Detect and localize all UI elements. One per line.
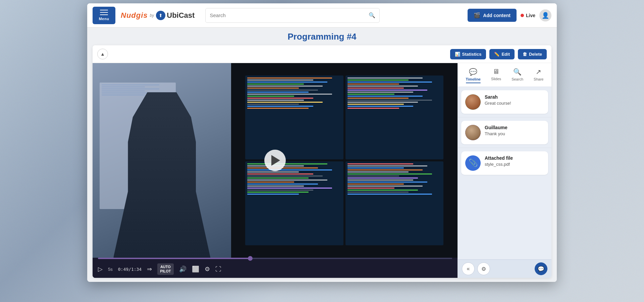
delete-icon: 🗑: [523, 52, 527, 57]
avatar-guillaume: [465, 125, 481, 140]
search-bar[interactable]: 🔍: [205, 8, 380, 23]
tab-active-indicator: [466, 83, 481, 83]
video-player[interactable]: [93, 63, 458, 258]
progress-thumb[interactable]: [248, 256, 253, 261]
statistics-icon: 📊: [455, 52, 460, 57]
share-icon: ↗: [536, 68, 541, 76]
live-button[interactable]: Live: [521, 13, 535, 18]
tab-bar: 💬 Timeline 🖥 Slides 🔍 Search: [458, 63, 551, 87]
chat-attachment: 📎 Attached file style_css.pdf: [461, 151, 548, 175]
live-label: Live: [526, 13, 535, 18]
settings-button[interactable]: ⚙: [205, 265, 210, 273]
time-display: 0:49/1:34: [118, 267, 142, 272]
edit-button[interactable]: ✏️ Edit: [489, 49, 515, 59]
chat-area: Sarah Great course! Guillaume: [458, 87, 551, 259]
navbar: Menu Nudgis by UbiCast 🔍 🎬 Add content L…: [87, 3, 557, 28]
code-panel-4: [345, 161, 444, 245]
code-panel-1: [245, 76, 343, 159]
statistics-button[interactable]: 📊 Statistics: [450, 49, 486, 59]
logo: Nudgis by UbiCast: [121, 11, 195, 20]
fullscreen-button[interactable]: ⛶: [215, 266, 221, 273]
filter-button[interactable]: ⚙: [477, 262, 490, 275]
page-title-row: Programming #4: [93, 32, 551, 42]
nav-right: 🎬 Add content Live 👤: [468, 9, 551, 22]
progress-track[interactable]: [98, 258, 452, 259]
tab-search-label: Search: [512, 77, 523, 81]
search-icon: 🔍: [369, 12, 375, 18]
slides-icon: 🖥: [493, 68, 499, 76]
edit-icon: ✏️: [494, 52, 499, 57]
edit-label: Edit: [501, 52, 510, 57]
delete-button[interactable]: 🗑 Delete: [518, 49, 547, 59]
app-wrapper: Menu Nudgis by UbiCast 🔍 🎬 Add content L…: [87, 3, 557, 282]
sarah-face: [465, 94, 481, 110]
chat-message-guillaume: Guillaume Thank you: [461, 121, 548, 144]
attachment-icon: 📎: [469, 159, 478, 167]
tab-slides[interactable]: 🖥 Slides: [488, 66, 504, 85]
skip-forward-button[interactable]: ⇒: [147, 265, 152, 273]
logo-nudgis: Nudgis: [121, 11, 148, 20]
chat-info-guillaume: Guillaume Thank you: [485, 125, 544, 136]
page-title: Programming #4: [93, 32, 551, 42]
tab-search[interactable]: 🔍 Search: [509, 66, 526, 85]
ubicast-icon: [156, 11, 165, 20]
skip-label: 5s: [108, 267, 113, 272]
subtitles-button[interactable]: ⬜: [192, 265, 199, 273]
bottom-btn-group: « ⚙: [462, 262, 490, 275]
video-presenter: [93, 63, 231, 258]
code-panel-3: [245, 161, 343, 245]
chat-message-sarah: Sarah Great course!: [461, 90, 548, 114]
back-button[interactable]: «: [462, 262, 475, 275]
card-toolbar: ▲ 📊 Statistics ✏️ Edit 🗑 Delete: [93, 45, 551, 63]
video-section: ▷ 5s 0:49/1:34 ⇒ AUTOPILOT 🔊 ⬜ ⚙ ⛶: [93, 63, 458, 278]
add-content-icon: 🎬: [474, 12, 480, 18]
search-tab-icon: 🔍: [513, 68, 522, 76]
tab-share[interactable]: ↗ Share: [531, 66, 546, 85]
chat-divider-2: [458, 148, 551, 148]
chat-text-sarah: Great course!: [485, 101, 544, 106]
menu-button[interactable]: Menu: [93, 7, 115, 24]
statistics-label: Statistics: [462, 52, 482, 57]
tab-share-label: Share: [534, 77, 543, 81]
chat-info-attachment: Attached file style_css.pdf: [485, 155, 544, 167]
attachment-filename: style_css.pdf: [485, 162, 544, 167]
play-button[interactable]: [264, 150, 286, 171]
time-total: 1:34: [131, 267, 142, 272]
menu-label: Menu: [99, 17, 109, 21]
collapse-button[interactable]: ▲: [97, 49, 108, 59]
volume-button[interactable]: 🔊: [179, 265, 186, 273]
tab-slides-label: Slides: [491, 77, 501, 81]
progress-fill: [98, 258, 250, 259]
attachment-label: Attached file: [485, 155, 544, 161]
chat-divider-1: [458, 117, 551, 117]
play-triangle-icon: [271, 155, 280, 166]
guillaume-face: [465, 125, 481, 140]
code-panel-2: [345, 76, 444, 159]
search-input[interactable]: [210, 12, 369, 18]
video-controls: ▷ 5s 0:49/1:34 ⇒ AUTOPILOT 🔊 ⬜ ⚙ ⛶: [93, 260, 458, 278]
chat-toggle-button[interactable]: 💬: [535, 262, 547, 275]
chat-author-sarah: Sarah: [485, 94, 544, 100]
avatar-attachment: 📎: [465, 155, 481, 171]
timeline-icon: 💬: [469, 68, 477, 76]
add-content-button[interactable]: 🎬 Add content: [468, 9, 517, 22]
main-content: Programming #4 ▲ 📊 Statistics ✏️ Edit 🗑 …: [87, 28, 557, 282]
delete-label: Delete: [529, 52, 542, 57]
play-pause-button[interactable]: ▷: [98, 265, 103, 273]
autopilot-button[interactable]: AUTOPILOT: [157, 263, 173, 275]
user-avatar[interactable]: 👤: [539, 9, 551, 21]
bottom-bar: « ⚙ 💬: [458, 259, 551, 278]
logo-by: by: [150, 13, 154, 18]
live-dot: [521, 14, 524, 17]
card-body: ▷ 5s 0:49/1:34 ⇒ AUTOPILOT 🔊 ⬜ ⚙ ⛶: [93, 63, 551, 278]
chat-text-guillaume: Thank you: [485, 131, 544, 136]
add-content-label: Add content: [483, 13, 511, 18]
progress-row: [93, 258, 458, 260]
avatar-sarah: [465, 94, 481, 110]
chat-author-guillaume: Guillaume: [485, 125, 544, 130]
tab-timeline[interactable]: 💬 Timeline: [463, 66, 483, 85]
time-separator: /: [128, 267, 131, 272]
logo-ubicast: UbiCast: [167, 11, 195, 20]
time-current: 0:49: [118, 267, 128, 272]
content-card: ▲ 📊 Statistics ✏️ Edit 🗑 Delete: [93, 45, 551, 278]
